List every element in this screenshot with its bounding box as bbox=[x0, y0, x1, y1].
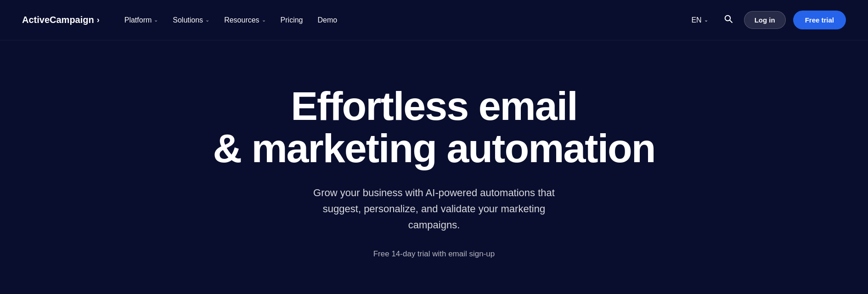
login-label: Log in bbox=[755, 16, 775, 24]
logo-text: ActiveCampaign bbox=[22, 15, 94, 25]
resources-chevron-icon: ⌄ bbox=[262, 17, 266, 23]
hero-cta-text: Free 14-day trial with email sign-up bbox=[373, 249, 495, 259]
nav-platform-label: Platform bbox=[124, 16, 152, 24]
language-selector[interactable]: EN ⌄ bbox=[687, 12, 712, 28]
hero-subtitle: Grow your business with AI-powered autom… bbox=[301, 185, 567, 233]
solutions-chevron-icon: ⌄ bbox=[205, 17, 209, 23]
logo[interactable]: ActiveCampaign › bbox=[22, 15, 100, 25]
platform-chevron-icon: ⌄ bbox=[154, 17, 158, 23]
free-trial-label: Free trial bbox=[805, 16, 834, 24]
nav-resources-label: Resources bbox=[224, 16, 259, 24]
nav-pricing-label: Pricing bbox=[281, 16, 303, 24]
lang-label: EN bbox=[691, 16, 701, 24]
nav-left: ActiveCampaign › Platform ⌄ Solutions ⌄ … bbox=[22, 12, 344, 28]
nav-right: EN ⌄ Log in Free trial bbox=[687, 11, 846, 29]
search-icon bbox=[724, 14, 733, 26]
free-trial-button[interactable]: Free trial bbox=[793, 11, 846, 29]
svg-line-1 bbox=[730, 20, 732, 23]
nav-item-solutions[interactable]: Solutions ⌄ bbox=[166, 12, 216, 28]
nav-item-demo[interactable]: Demo bbox=[311, 12, 344, 28]
navbar: ActiveCampaign › Platform ⌄ Solutions ⌄ … bbox=[0, 0, 868, 40]
login-button[interactable]: Log in bbox=[744, 11, 786, 29]
hero-title: Effortless email & marketing automation bbox=[213, 85, 655, 170]
nav-solutions-label: Solutions bbox=[173, 16, 203, 24]
logo-arrow: › bbox=[97, 15, 100, 25]
nav-item-platform[interactable]: Platform ⌄ bbox=[118, 12, 165, 28]
hero-title-line2: & marketing automation bbox=[213, 125, 655, 171]
nav-demo-label: Demo bbox=[318, 16, 338, 24]
search-button[interactable] bbox=[720, 12, 737, 28]
nav-links: Platform ⌄ Solutions ⌄ Resources ⌄ Prici… bbox=[118, 12, 344, 28]
hero-title-line1: Effortless email bbox=[291, 83, 577, 129]
hero-section: Effortless email & marketing automation … bbox=[0, 40, 868, 294]
nav-item-resources[interactable]: Resources ⌄ bbox=[218, 12, 272, 28]
lang-chevron-icon: ⌄ bbox=[704, 17, 708, 23]
nav-item-pricing[interactable]: Pricing bbox=[274, 12, 310, 28]
